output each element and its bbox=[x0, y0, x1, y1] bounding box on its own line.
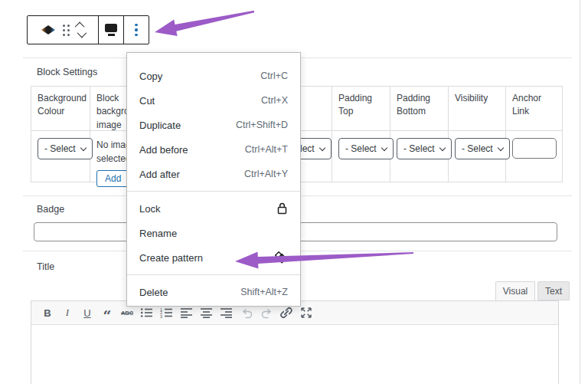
block-movers bbox=[77, 22, 84, 38]
menu-item-copy[interactable]: Copy Ctrl+C bbox=[127, 64, 300, 88]
chevron-down-icon bbox=[497, 144, 503, 150]
numbered-list-icon: 123 bbox=[160, 307, 174, 318]
shortcut: Ctrl+Alt+T bbox=[245, 144, 288, 155]
title-label: Title bbox=[37, 261, 54, 272]
background-colour-select[interactable]: - Select bbox=[38, 138, 93, 159]
shortcut: Shift+Alt+Z bbox=[240, 287, 288, 297]
drag-handle-icon bbox=[63, 25, 70, 36]
block-type-button[interactable] bbox=[41, 25, 55, 34]
svg-text:3: 3 bbox=[160, 314, 162, 318]
block-type-icon bbox=[41, 25, 55, 34]
menu-item-rename[interactable]: Rename bbox=[127, 221, 300, 245]
lock-icon bbox=[276, 202, 288, 215]
align-center-icon bbox=[201, 307, 213, 318]
menu-item-duplicate[interactable]: Duplicate Ctrl+Shift+D bbox=[127, 113, 300, 137]
column-header: Padding Top bbox=[332, 87, 390, 131]
tab-visual[interactable]: Visual bbox=[495, 281, 535, 300]
shortcut: Ctrl+Shift+D bbox=[236, 120, 288, 130]
screen-icon bbox=[105, 24, 117, 36]
redo-icon bbox=[260, 307, 273, 319]
visibility-select[interactable]: - Select bbox=[455, 138, 510, 159]
underline-button[interactable]: U bbox=[79, 304, 96, 322]
blockquote-button[interactable]: “ bbox=[99, 304, 116, 322]
chevron-down-icon bbox=[80, 144, 86, 150]
padding-top-select[interactable]: - Select bbox=[338, 138, 394, 159]
column-header: Padding Bottom bbox=[390, 87, 448, 131]
anchor-link-input[interactable] bbox=[512, 138, 557, 159]
display-settings-button[interactable] bbox=[105, 24, 117, 36]
link-icon bbox=[279, 306, 293, 320]
page: Block Settings Background Colour - Selec… bbox=[0, 0, 588, 384]
menu-item-add-before[interactable]: Add before Ctrl+Alt+T bbox=[127, 137, 300, 162]
block-settings-title: Block Settings bbox=[37, 67, 97, 77]
column-header: Background Colour bbox=[31, 87, 90, 131]
shortcut: Ctrl+X bbox=[261, 95, 288, 106]
column-header: Visibility bbox=[449, 87, 505, 131]
menu-item-cut[interactable]: Cut Ctrl+X bbox=[127, 88, 300, 113]
shortcut: Ctrl+C bbox=[260, 71, 288, 81]
menu-separator bbox=[127, 274, 300, 275]
menu-item-lock[interactable]: Lock bbox=[127, 196, 300, 221]
column-padding-top: Padding Top - Select bbox=[332, 87, 390, 182]
column-padding-bottom: Padding Bottom - Select bbox=[390, 87, 449, 182]
title-editor: B I U “ ABC 123 bbox=[31, 300, 559, 384]
column-visibility: Visibility - Select bbox=[449, 87, 506, 182]
options-menu-button[interactable] bbox=[135, 24, 137, 36]
shortcut: Ctrl+Alt+Y bbox=[244, 169, 288, 179]
fullscreen-icon bbox=[300, 307, 312, 319]
pattern-symbol-icon bbox=[274, 251, 288, 264]
column-anchor-link: Anchor Link bbox=[506, 87, 563, 182]
menu-item-create-pattern[interactable]: Create pattern bbox=[127, 245, 300, 270]
options-kebab-icon bbox=[135, 24, 137, 36]
menu-item-add-after[interactable]: Add after Ctrl+Alt+Y bbox=[127, 162, 300, 186]
align-right-icon bbox=[220, 307, 233, 318]
badge-label: Badge bbox=[37, 204, 64, 215]
chevron-down-icon bbox=[439, 144, 445, 150]
add-image-button[interactable]: Add bbox=[96, 170, 129, 187]
move-down-button[interactable] bbox=[77, 31, 84, 38]
page-right-border bbox=[580, 0, 580, 384]
pointer-arrow-options bbox=[155, 11, 254, 36]
menu-item-delete[interactable]: Delete Shift+Alt+Z bbox=[127, 280, 300, 304]
chevron-down-icon bbox=[381, 144, 387, 150]
chevron-down-icon bbox=[318, 144, 325, 150]
italic-button[interactable]: I bbox=[59, 304, 76, 322]
column-background-colour: Background Colour - Select bbox=[31, 87, 90, 182]
block-options-menu: Copy Ctrl+C Cut Ctrl+X Duplicate Ctrl+Sh… bbox=[126, 52, 301, 307]
drag-handle[interactable] bbox=[63, 25, 70, 36]
column-header: Anchor Link bbox=[506, 87, 563, 131]
menu-separator bbox=[127, 191, 300, 192]
block-toolbar bbox=[27, 15, 149, 44]
padding-bottom-select[interactable]: - Select bbox=[397, 138, 452, 159]
align-left-icon bbox=[181, 307, 193, 318]
editor-content[interactable] bbox=[31, 325, 558, 384]
undo-icon bbox=[240, 307, 253, 319]
tab-text[interactable]: Text bbox=[537, 281, 570, 300]
bold-button[interactable]: B bbox=[39, 304, 56, 322]
bullet-list-icon bbox=[140, 307, 154, 318]
